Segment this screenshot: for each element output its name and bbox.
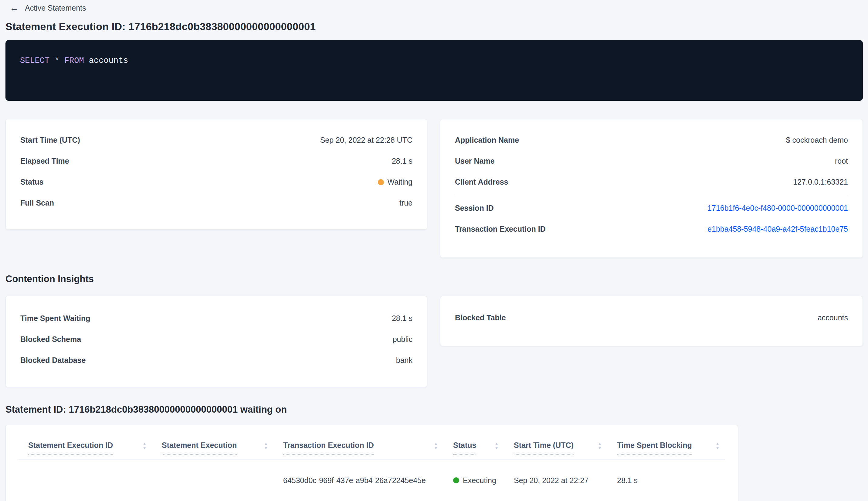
session-id-link[interactable]: 1716b1f6-4e0c-f480-0000-000000000001	[707, 204, 848, 213]
blocked-table-label: Blocked Table	[455, 313, 506, 322]
full-scan-value: true	[399, 199, 412, 207]
sort-icon: ▲▼	[142, 441, 147, 450]
application-name-row: Application Name $ cockroach demo	[455, 130, 848, 151]
elapsed-time-label: Elapsed Time	[20, 157, 69, 166]
transaction-execution-id-label: Transaction Execution ID	[455, 225, 546, 234]
column-header-transaction-execution-id[interactable]: Transaction Execution ID ▲▼	[273, 430, 443, 455]
blocked-schema-label: Blocked Schema	[20, 335, 81, 344]
status-value: Waiting	[378, 178, 412, 186]
application-name-value: $ cockroach demo	[786, 136, 848, 145]
sort-icon: ▲▼	[598, 441, 602, 450]
user-name-row: User Name root	[455, 151, 848, 172]
waiting-status-dot-icon	[378, 179, 384, 185]
status-text: Waiting	[388, 178, 412, 186]
back-link-label: Active Statements	[25, 4, 86, 12]
cell-time-spent-blocking: 28.1 s	[607, 476, 725, 485]
sql-table-name: accounts	[89, 56, 128, 65]
blocked-database-row: Blocked Database bank	[20, 350, 412, 371]
cell-transaction-execution-id: 64530d0c-969f-437e-a9b4-26a72245e45e	[273, 476, 443, 485]
time-spent-waiting-value: 28.1 s	[392, 314, 412, 323]
column-header-start-time[interactable]: Start Time (UTC) ▲▼	[504, 430, 607, 455]
application-name-label: Application Name	[455, 136, 519, 145]
session-id-label: Session ID	[455, 204, 494, 213]
blocked-table-card: Blocked Table accounts	[440, 296, 863, 346]
full-scan-label: Full Scan	[20, 199, 54, 207]
table-header-row: Statement Execution ID ▲▼ Statement Exec…	[19, 425, 725, 459]
transaction-execution-id-link[interactable]: e1bba458-5948-40a9-a42f-5feac1b10e75	[707, 225, 848, 234]
elapsed-time-row: Elapsed Time 28.1 s	[20, 151, 412, 172]
session-attributes-card: Application Name $ cockroach demo User N…	[440, 119, 863, 258]
time-spent-waiting-label: Time Spent Waiting	[20, 314, 90, 323]
table-row: 64530d0c-969f-437e-a9b4-26a72245e45e Exe…	[19, 459, 725, 501]
user-name-value: root	[835, 157, 848, 166]
blocked-database-label: Blocked Database	[20, 356, 86, 365]
column-header-statement-execution-id[interactable]: Statement Execution ID ▲▼	[19, 430, 152, 455]
overview-cards-row: Start Time (UTC) Sep 20, 2022 at 22:28 U…	[6, 119, 863, 258]
blocked-schema-value: public	[393, 335, 412, 344]
blocked-table-row: Blocked Table accounts	[455, 307, 848, 328]
sql-star: *	[54, 56, 59, 65]
start-time-value: Sep 20, 2022 at 22:28 UTC	[320, 136, 412, 145]
client-address-value: 127.0.0.1:63321	[793, 178, 848, 186]
start-time-row: Start Time (UTC) Sep 20, 2022 at 22:28 U…	[20, 130, 412, 151]
page-title: Statement Execution ID: 1716b218dc0b3838…	[6, 21, 863, 32]
sql-from-keyword: FROM	[64, 56, 84, 65]
status-label: Status	[20, 178, 43, 186]
status-row: Status Waiting	[20, 172, 412, 192]
sort-icon: ▲▼	[495, 441, 499, 450]
execution-attributes-card: Start Time (UTC) Sep 20, 2022 at 22:28 U…	[6, 119, 427, 230]
blocked-table-value: accounts	[818, 313, 848, 322]
transaction-execution-id-row: Transaction Execution ID e1bba458-5948-4…	[455, 218, 848, 239]
executing-status-dot-icon	[453, 477, 459, 483]
back-link[interactable]: ← Active Statements	[6, 0, 86, 13]
full-scan-row: Full Scan true	[20, 192, 412, 213]
executing-status-text: Executing	[463, 476, 496, 485]
session-id-row: Session ID 1716b1f6-4e0c-f480-0000-00000…	[455, 198, 848, 218]
column-header-time-spent-blocking[interactable]: Time Spent Blocking ▲▼	[607, 430, 725, 455]
column-header-statement-execution[interactable]: Statement Execution ▲▼	[152, 430, 273, 455]
client-address-label: Client Address	[455, 178, 508, 186]
blocked-schema-row: Blocked Schema public	[20, 329, 412, 350]
sql-select-keyword: SELECT	[20, 56, 50, 65]
sql-statement-box: SELECT * FROM accounts	[6, 40, 863, 101]
sort-icon: ▲▼	[264, 441, 268, 450]
column-header-status[interactable]: Status ▲▼	[443, 430, 504, 455]
blocked-database-value: bank	[396, 356, 412, 365]
contention-cards-row: Time Spent Waiting 28.1 s Blocked Schema…	[6, 296, 863, 387]
statement-details-page: ← Active Statements Statement Execution …	[0, 0, 868, 501]
client-address-row: Client Address 127.0.0.1:63321	[455, 172, 848, 192]
user-name-label: User Name	[455, 157, 495, 166]
cell-status: Executing	[443, 476, 504, 485]
start-time-label: Start Time (UTC)	[20, 136, 80, 145]
back-arrow-icon: ←	[10, 3, 19, 12]
elapsed-time-value: 28.1 s	[392, 157, 412, 166]
contention-insights-heading: Contention Insights	[6, 274, 863, 285]
waiting-statements-table: Statement Execution ID ▲▼ Statement Exec…	[6, 425, 738, 501]
time-spent-waiting-row: Time Spent Waiting 28.1 s	[20, 308, 412, 329]
contention-details-card: Time Spent Waiting 28.1 s Blocked Schema…	[6, 296, 427, 387]
sort-icon: ▲▼	[715, 441, 719, 450]
waiting-on-heading: Statement ID: 1716b218dc0b38380000000000…	[6, 404, 863, 415]
cell-start-time: Sep 20, 2022 at 22:27	[504, 476, 607, 485]
sort-icon: ▲▼	[434, 441, 438, 450]
